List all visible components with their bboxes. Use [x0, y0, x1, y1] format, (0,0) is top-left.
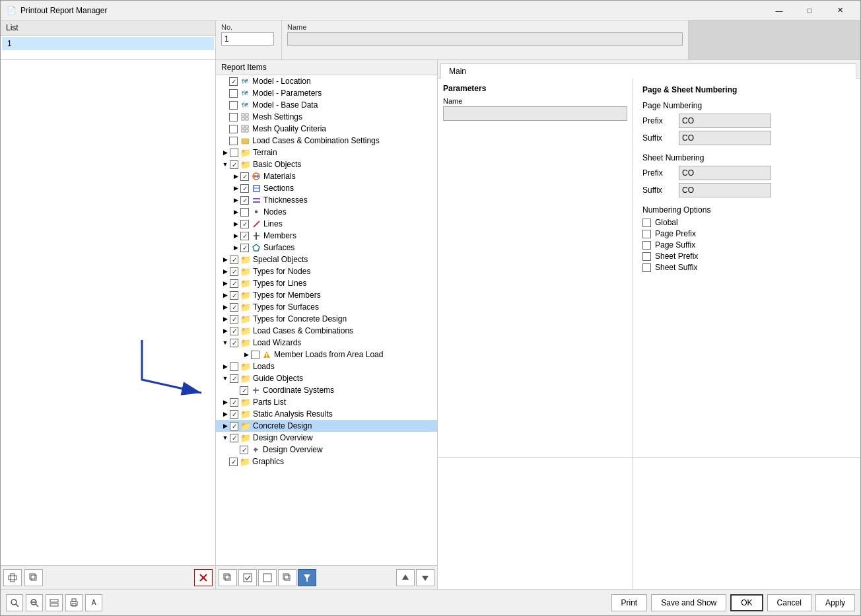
status-btn-3[interactable] [46, 594, 63, 611]
tree-check-all-button[interactable] [238, 569, 257, 586]
no-input[interactable] [221, 32, 274, 46]
checkbox-basic-objects[interactable] [230, 160, 238, 169]
tree-item-sections[interactable]: ▶ Sections [216, 182, 437, 194]
expand-terrain[interactable]: ▶ [221, 149, 229, 156]
expand-load-wizards[interactable]: ▼ [221, 339, 229, 347]
checkbox-page-suffix[interactable] [642, 241, 651, 250]
checkbox-member-loads-area[interactable] [251, 351, 259, 359]
tree-item-graphics[interactable]: 📁 Graphics [216, 456, 437, 467]
status-btn-print[interactable] [65, 594, 83, 611]
checkbox-loads[interactable] [230, 362, 238, 371]
close-button[interactable]: ✕ [825, 1, 855, 20]
checkbox-special-objects[interactable] [230, 256, 238, 264]
name-input[interactable] [287, 32, 683, 46]
tree-item-concrete-design[interactable]: ▶ 📁 Concrete Design [216, 420, 437, 432]
tree-item-design-overview[interactable]: ▼ 📁 Design Overview [216, 432, 437, 444]
save-show-button[interactable]: Save and Show [651, 594, 726, 611]
tree-item-special-objects[interactable]: ▶ 📁 Special Objects [216, 254, 437, 265]
expand-special-objects[interactable]: ▶ [221, 256, 229, 263]
cancel-button[interactable]: Cancel [767, 594, 811, 611]
checkbox-terrain[interactable] [230, 149, 238, 157]
tree-item-load-cases-settings[interactable]: Load Cases & Combination Settings [216, 135, 437, 147]
tree-up-button[interactable] [396, 569, 415, 586]
checkbox-types-nodes[interactable] [230, 267, 238, 276]
expand-types-surfaces[interactable]: ▶ [221, 303, 229, 311]
tree-item-types-surfaces[interactable]: ▶ 📁 Types for Surfaces [216, 301, 437, 313]
expand-design-overview[interactable]: ▼ [221, 434, 229, 442]
tree-item-model-base-data[interactable]: 🗺 Model - Base Data [216, 99, 437, 111]
tree-item-basic-objects[interactable]: ▼ 📁 Basic Objects [216, 158, 437, 170]
expand-members[interactable]: ▶ [232, 232, 240, 240]
checkbox-model-location[interactable] [229, 77, 238, 86]
expand-basic-objects[interactable]: ▼ [221, 160, 229, 168]
checkbox-types-surfaces[interactable] [230, 303, 238, 312]
checkbox-materials[interactable] [240, 172, 249, 181]
tree-item-types-nodes[interactable]: ▶ 📁 Types for Nodes [216, 265, 437, 277]
tree-uncheck-all-button[interactable] [258, 569, 277, 586]
tab-main[interactable]: Main [440, 63, 856, 79]
tree-item-load-cases-combos[interactable]: ▶ 📁 Load Cases & Combinations [216, 325, 437, 337]
tree-item-static-analysis[interactable]: ▶ 📁 Static Analysis Results [216, 408, 437, 420]
expand-parts-list[interactable]: ▶ [221, 398, 229, 406]
expand-nodes[interactable]: ▶ [232, 208, 240, 216]
print-button[interactable]: Print [611, 594, 648, 611]
checkbox-thicknesses[interactable] [240, 196, 249, 205]
checkbox-design-overview[interactable] [230, 434, 238, 442]
ok-button[interactable]: OK [730, 594, 763, 611]
status-btn-lang[interactable]: A [85, 594, 102, 611]
checkbox-types-lines[interactable] [230, 279, 238, 288]
tree-item-terrain[interactable]: ▶ 📁 Terrain [216, 147, 437, 158]
page-prefix-input[interactable] [679, 114, 771, 128]
checkbox-global[interactable] [642, 219, 651, 227]
tree-item-lines[interactable]: ▶ Lines [216, 218, 437, 230]
expand-member-loads-area[interactable]: ▶ [242, 351, 250, 359]
tree-item-members[interactable]: ▶ Members [216, 230, 437, 242]
expand-static-analysis[interactable]: ▶ [221, 410, 229, 418]
checkbox-load-cases-combos[interactable] [230, 327, 238, 335]
checkbox-guide-objects[interactable] [230, 374, 238, 383]
tree-item-nodes[interactable]: ▶ • Nodes [216, 206, 437, 218]
checkbox-sections[interactable] [240, 184, 249, 193]
tree-item-coord-systems[interactable]: Coordinate Systems [216, 384, 437, 396]
checkbox-sheet-suffix[interactable] [642, 263, 651, 272]
tree-item-load-wizards[interactable]: ▼ 📁 Load Wizards [216, 337, 437, 349]
checkbox-lines[interactable] [240, 220, 249, 228]
expand-surfaces[interactable]: ▶ [232, 244, 240, 252]
expand-types-lines[interactable]: ▶ [221, 279, 229, 287]
tree-item-mesh-quality[interactable]: Mesh Quality Criteria [216, 123, 437, 135]
checkbox-surfaces[interactable] [240, 244, 249, 252]
list-add-button[interactable] [3, 569, 22, 586]
apply-button[interactable]: Apply [815, 594, 855, 611]
expand-loads[interactable]: ▶ [221, 362, 229, 370]
checkbox-types-members[interactable] [230, 291, 238, 300]
tree-item-design-overview-child[interactable]: Design Overview [216, 444, 437, 456]
list-delete-button[interactable] [194, 569, 213, 586]
checkbox-sheet-prefix[interactable] [642, 252, 651, 261]
checkbox-parts-list[interactable] [230, 398, 238, 407]
checkbox-load-wizards[interactable] [230, 339, 238, 347]
checkbox-mesh-quality[interactable] [229, 125, 238, 133]
status-btn-1[interactable] [6, 594, 23, 611]
tree-duplicate-button[interactable] [278, 569, 296, 586]
tree-item-materials[interactable]: ▶ Materials [216, 170, 437, 182]
expand-types-concrete[interactable]: ▶ [221, 315, 229, 323]
list-copy-button[interactable] [24, 569, 43, 586]
checkbox-static-analysis[interactable] [230, 410, 238, 419]
checkbox-coord-systems[interactable] [240, 386, 248, 395]
checkbox-load-cases-settings[interactable] [229, 137, 238, 145]
checkbox-nodes[interactable] [240, 208, 249, 217]
status-btn-2[interactable] [26, 594, 43, 611]
tree-item-model-parameters[interactable]: 🗺 Model - Parameters [216, 87, 437, 99]
checkbox-model-parameters[interactable] [229, 89, 238, 98]
expand-concrete-design[interactable]: ▶ [221, 422, 229, 430]
minimize-button[interactable]: — [764, 1, 794, 20]
tree-item-model-location[interactable]: 🗺 Model - Location [216, 75, 437, 87]
list-item[interactable]: 1 [2, 37, 214, 50]
tree-item-member-loads-area[interactable]: ▶ Member Loads from Area Load [216, 349, 437, 360]
tree-item-types-concrete[interactable]: ▶ 📁 Types for Concrete Design [216, 313, 437, 325]
parameters-name-input[interactable] [443, 106, 627, 121]
tree-item-thicknesses[interactable]: ▶ Thicknesses [216, 194, 437, 206]
maximize-button[interactable]: □ [794, 1, 825, 20]
checkbox-model-base-data[interactable] [229, 101, 238, 110]
expand-materials[interactable]: ▶ [232, 172, 240, 180]
